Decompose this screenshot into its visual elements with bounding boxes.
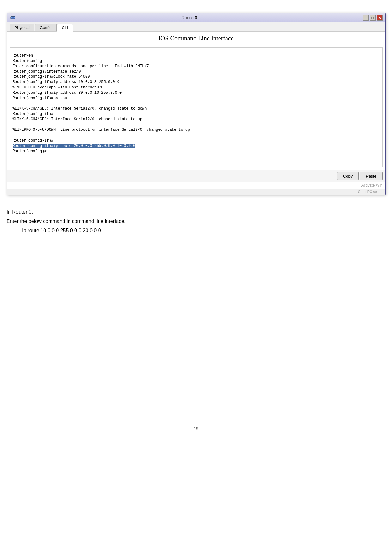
title-bar: Router0 — □ ✕: [7, 13, 385, 22]
maximize-button[interactable]: □: [370, 15, 376, 21]
tab-cli[interactable]: CLI: [57, 24, 73, 32]
router-window: Router0 — □ ✕ Physical Config CLI IOS Co…: [7, 13, 386, 195]
cli-heading: IOS Command Line Interface: [7, 32, 385, 45]
title-bar-left: [10, 15, 16, 21]
paste-button[interactable]: Paste: [360, 172, 382, 180]
tab-config[interactable]: Config: [35, 24, 57, 31]
terminal-wrapper: Router>en Router#config t Enter configur…: [7, 45, 385, 170]
terminal-content: Router>en Router#config t Enter configur…: [13, 47, 380, 154]
activate-windows-text: Activate Win: [7, 182, 385, 189]
body-command: ip route 10.0.0.0 255.0.0.0 20.0.0.0: [7, 226, 386, 235]
body-text: In Router 0, Enter the below command in …: [7, 205, 386, 237]
page-wrapper: Router0 — □ ✕ Physical Config CLI IOS Co…: [7, 6, 386, 437]
tab-bar: Physical Config CLI: [7, 22, 385, 32]
copy-button[interactable]: Copy: [337, 172, 359, 180]
body-line1: In Router 0,: [7, 208, 386, 216]
svg-point-2: [12, 17, 13, 18]
page-number: 19: [7, 426, 386, 431]
button-bar: Copy Paste: [7, 170, 385, 182]
terminal-area[interactable]: Router>en Router#config t Enter configur…: [10, 47, 383, 167]
tab-physical[interactable]: Physical: [10, 24, 34, 31]
minimize-button[interactable]: —: [363, 15, 369, 21]
svg-point-3: [14, 17, 15, 18]
svg-point-1: [11, 17, 12, 18]
window-controls: — □ ✕: [363, 15, 383, 21]
body-line2: Enter the below command in command line …: [7, 217, 386, 226]
router-icon: [10, 15, 16, 21]
watermark-bar: Go to PC setti...: [7, 189, 385, 195]
window-title: Router0: [16, 15, 363, 20]
close-button[interactable]: ✕: [377, 15, 383, 21]
